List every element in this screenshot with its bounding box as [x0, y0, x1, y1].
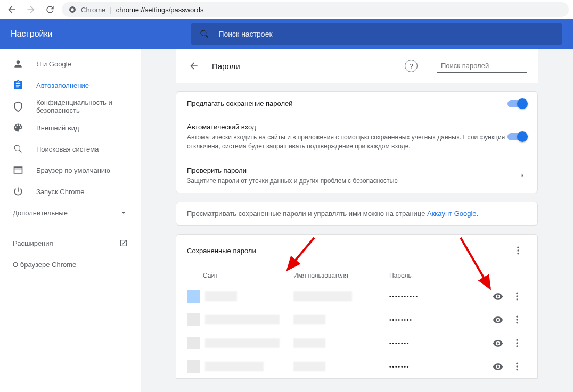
forward-button[interactable]: [23, 2, 38, 17]
sidebar-item-autofill[interactable]: Автозаполнение: [0, 74, 141, 96]
settings-search-input[interactable]: [218, 30, 554, 38]
power-icon: [13, 186, 23, 197]
saved-passwords-card: Сохраненные пароли Сайт Имя пользователя…: [176, 234, 538, 379]
sidebar-item-default-browser[interactable]: Браузер по умолчанию: [0, 160, 141, 181]
eye-icon: [493, 361, 503, 372]
col-site: Сайт: [187, 272, 293, 279]
saved-passwords-title: Сохраненные пароли: [187, 247, 256, 255]
address-url: chrome://settings/passwords: [116, 6, 204, 14]
check-passwords-row[interactable]: Проверить пароли Защитите пароли от утеч…: [176, 159, 537, 193]
sidebar-item-you-and-google[interactable]: Я и Google: [0, 53, 141, 74]
svg-point-1: [71, 8, 73, 11]
open-in-new-icon: [119, 239, 128, 247]
sidebar-item-privacy[interactable]: Конфиденциальность и безопасность: [0, 96, 141, 117]
svg-point-10: [516, 322, 518, 324]
sidebar-extensions[interactable]: Расширения: [0, 232, 141, 254]
more-vert-icon: [512, 338, 522, 348]
app-header: Настройки: [0, 19, 573, 49]
sidebar-item-label: Браузер по умолчанию: [36, 166, 110, 174]
offer-save-row: Предлагать сохранение паролей: [176, 92, 537, 115]
sidebar-item-label: Поисковая система: [36, 145, 99, 153]
settings-search[interactable]: [191, 23, 562, 45]
col-user: Имя пользователя: [293, 272, 389, 279]
show-password-button[interactable]: [488, 314, 507, 325]
eye-icon: [493, 338, 503, 348]
eye-icon: [493, 291, 503, 302]
password-row: ••••••••: [176, 308, 537, 331]
show-password-button[interactable]: [488, 338, 507, 348]
svg-point-9: [516, 319, 518, 321]
settings-card: Предлагать сохранение паролей Автоматиче…: [176, 91, 538, 193]
address-bar[interactable]: Chrome | chrome://settings/passwords: [62, 2, 569, 17]
show-password-button[interactable]: [488, 361, 507, 372]
password-search[interactable]: [437, 60, 527, 73]
auto-signin-desc: Автоматически входить на сайты и в прило…: [187, 133, 507, 151]
site-favicon: [187, 290, 200, 303]
row-more-button[interactable]: [507, 314, 527, 325]
col-pass: Пароль: [389, 272, 527, 279]
password-row: •••••••: [176, 355, 537, 378]
sidebar-item-label: Конфиденциальность и безопасность: [36, 98, 128, 114]
offer-save-label: Предлагать сохранение паролей: [187, 99, 507, 107]
sidebar-item-label: Я и Google: [36, 60, 71, 68]
site-favicon: [187, 313, 200, 326]
more-vert-icon: [512, 291, 522, 302]
assignment-icon: [13, 80, 23, 90]
svg-point-14: [516, 363, 518, 364]
svg-point-12: [516, 343, 518, 344]
reload-button[interactable]: [43, 2, 58, 17]
auto-signin-title: Автоматический вход: [187, 123, 507, 131]
password-row: ••••••••••: [176, 285, 537, 308]
palette-icon: [13, 122, 23, 133]
row-more-button[interactable]: [507, 361, 527, 372]
eye-icon: [493, 314, 503, 325]
saved-passwords-more-button[interactable]: [510, 242, 527, 259]
sidebar-more[interactable]: Дополнительные: [0, 202, 141, 223]
sidebar-item-appearance[interactable]: Внешний вид: [0, 117, 141, 138]
sidebar-item-on-startup[interactable]: Запуск Chrome: [0, 181, 141, 202]
search-icon: [199, 29, 210, 39]
svg-point-15: [516, 366, 518, 368]
more-vert-icon: [513, 245, 523, 256]
chevron-right-icon: [518, 171, 527, 180]
help-button[interactable]: ?: [405, 60, 418, 72]
chevron-down-icon: [119, 208, 128, 217]
svg-point-7: [516, 299, 518, 301]
manage-info: Просматривать сохраненные пароли и управ…: [176, 202, 538, 226]
svg-point-2: [517, 247, 519, 248]
site-favicon: [187, 360, 200, 373]
sidebar-item-label: Запуск Chrome: [36, 188, 85, 196]
offer-save-toggle[interactable]: [507, 100, 527, 107]
page-title: Пароли: [212, 62, 394, 71]
auto-signin-toggle[interactable]: [507, 133, 527, 140]
back-button[interactable]: [4, 2, 19, 17]
svg-point-6: [516, 296, 518, 297]
person-icon: [13, 59, 23, 69]
shield-icon: [13, 101, 23, 112]
sidebar-item-label: Автозаполнение: [36, 81, 89, 89]
password-search-input[interactable]: [441, 62, 530, 70]
sidebar-item-search-engine[interactable]: Поисковая система: [0, 138, 141, 160]
password-row: •••••••: [176, 331, 537, 355]
row-more-button[interactable]: [507, 291, 527, 302]
row-more-button[interactable]: [507, 338, 527, 348]
sidebar: Я и Google Автозаполнение Конфиденциальн…: [0, 49, 141, 392]
sidebar-item-label: Внешний вид: [36, 124, 79, 132]
sidebar-about[interactable]: О браузере Chrome: [0, 254, 141, 275]
app-title: Настройки: [11, 29, 52, 39]
svg-point-13: [516, 346, 518, 347]
google-account-link[interactable]: Аккаунт Google: [427, 210, 477, 218]
svg-point-16: [516, 369, 518, 371]
browser-toolbar: Chrome | chrome://settings/passwords: [0, 0, 573, 19]
search-icon: [13, 144, 23, 154]
svg-point-11: [516, 339, 518, 341]
show-password-button[interactable]: [488, 291, 507, 302]
page-back-button[interactable]: [186, 59, 201, 73]
password-table-header: Сайт Имя пользователя Пароль: [176, 266, 537, 285]
check-passwords-desc: Защитите пароли от утечки данных и други…: [187, 177, 518, 186]
svg-point-5: [516, 293, 518, 294]
svg-point-4: [517, 253, 519, 255]
browser-icon: [13, 165, 23, 176]
auto-signin-row: Автоматический вход Автоматически входит…: [176, 115, 537, 159]
chrome-icon: [68, 5, 77, 14]
